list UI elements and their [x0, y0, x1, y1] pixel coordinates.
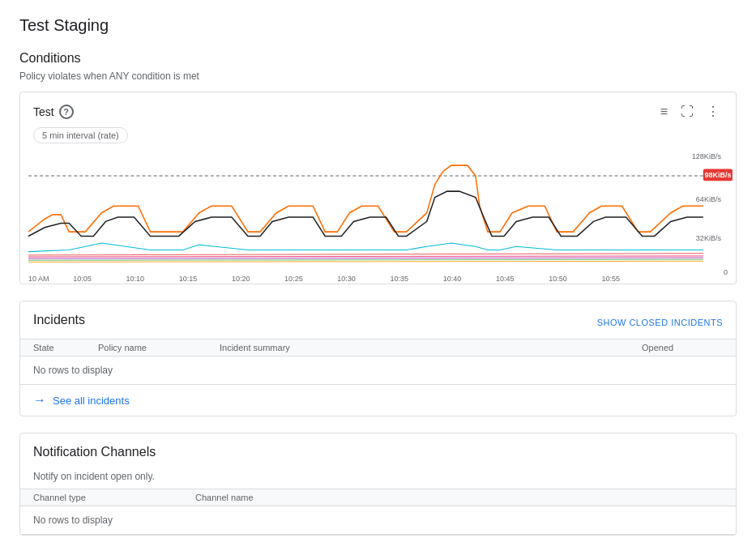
legend-icon[interactable]: ≡: [657, 103, 671, 121]
svg-text:64KiB/s: 64KiB/s: [696, 195, 721, 203]
notification-channels-subtitle: Notify on incident open only.: [20, 471, 736, 489]
col-opened: Opened: [642, 343, 723, 352]
col-channel-type: Channel type: [33, 493, 195, 502]
see-all-label[interactable]: See all incidents: [53, 395, 130, 407]
svg-text:98KiB/s: 98KiB/s: [704, 171, 731, 179]
svg-text:10:30: 10:30: [337, 275, 356, 283]
notification-channels-empty-message: No rows to display: [20, 506, 736, 535]
svg-text:10:45: 10:45: [496, 275, 515, 283]
notification-channels-header: Notification Channels: [20, 433, 736, 471]
chart-actions: ≡ ⛶ ⋮: [657, 102, 723, 121]
col-policy-name: Policy name: [98, 343, 220, 352]
chart-area: 128KiB/s 64KiB/s 32KiB/s 0 98KiB/s: [20, 150, 736, 284]
col-incident-summary: Incident summary: [220, 343, 642, 352]
chart-header: Test ? ≡ ⛶ ⋮: [20, 92, 736, 127]
svg-text:0: 0: [724, 268, 728, 276]
show-closed-incidents-button[interactable]: SHOW CLOSED INCIDENTS: [597, 318, 723, 327]
see-all-incidents-row[interactable]: → See all incidents: [20, 385, 736, 416]
svg-text:10:40: 10:40: [443, 275, 462, 283]
svg-text:10:05: 10:05: [73, 275, 92, 283]
more-vert-icon[interactable]: ⋮: [703, 102, 723, 121]
arrow-right-icon: →: [33, 393, 46, 408]
col-state: State: [33, 343, 98, 352]
conditions-section: Conditions Policy violates when ANY cond…: [19, 51, 737, 284]
svg-text:10:55: 10:55: [601, 275, 620, 283]
chart-title-text: Test: [33, 105, 54, 118]
notification-channels-section: Notification Channels Notify on incident…: [19, 433, 737, 536]
incidents-header: Incidents SHOW CLOSED INCIDENTS: [20, 301, 736, 339]
svg-text:10 AM: 10 AM: [28, 275, 49, 283]
conditions-card: Test ? ≡ ⛶ ⋮ 5 min interval (rate) 128Ki…: [19, 92, 737, 284]
chart-svg: 128KiB/s 64KiB/s 32KiB/s 0 98KiB/s: [20, 150, 736, 284]
svg-text:32KiB/s: 32KiB/s: [696, 234, 721, 242]
svg-text:10:15: 10:15: [179, 275, 198, 283]
incidents-card: Incidents SHOW CLOSED INCIDENTS State Po…: [19, 301, 737, 416]
interval-badge[interactable]: 5 min interval (rate): [33, 127, 128, 143]
notification-channels-card: Notification Channels Notify on incident…: [19, 433, 737, 536]
conditions-subtitle: Policy violates when ANY condition is me…: [19, 70, 737, 82]
svg-text:128KiB/s: 128KiB/s: [692, 152, 721, 160]
svg-text:10:10: 10:10: [126, 275, 144, 283]
col-channel-name: Channel name: [195, 493, 723, 502]
notif-table-header: Channel type Channel name: [20, 489, 736, 506]
incidents-empty-message: No rows to display: [20, 357, 736, 385]
incidents-section: Incidents SHOW CLOSED INCIDENTS State Po…: [19, 301, 737, 416]
conditions-heading: Conditions: [19, 51, 737, 66]
svg-text:10:20: 10:20: [232, 275, 250, 283]
page-title: Test Staging: [19, 16, 737, 35]
incidents-heading: Incidents: [33, 313, 85, 327]
expand-icon[interactable]: ⛶: [677, 103, 697, 121]
svg-text:10:25: 10:25: [284, 275, 303, 283]
chart-title-area: Test ?: [33, 105, 74, 119]
svg-text:10:35: 10:35: [391, 275, 409, 283]
svg-text:10:50: 10:50: [549, 275, 567, 283]
help-icon[interactable]: ?: [59, 105, 74, 119]
incidents-table-header: State Policy name Incident summary Opene…: [20, 339, 736, 357]
notification-channels-heading: Notification Channels: [33, 445, 156, 459]
